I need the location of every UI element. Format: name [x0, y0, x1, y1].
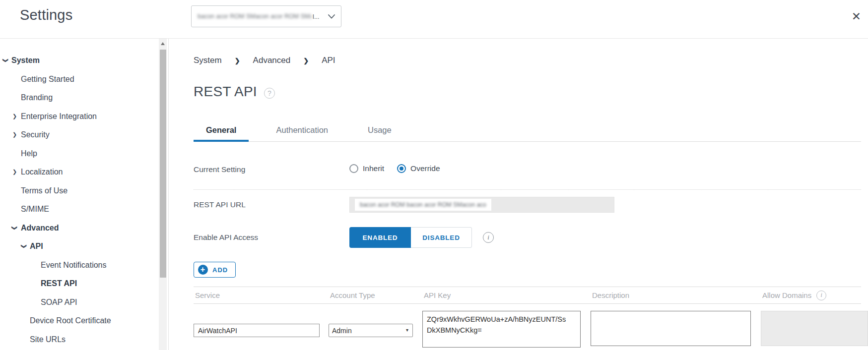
column-header-allow-domains: Allow Domainsi: [761, 291, 861, 300]
current-setting-row: Current Setting InheritOverride: [194, 159, 861, 180]
rest-api-url-value-blurred: bacon acor ROM bacon acor ROM SMacon aco: [360, 201, 486, 208]
column-header-account-type: Account Type: [329, 291, 422, 299]
table-header-row: ServiceAccount TypeAPI KeyDescriptionAll…: [194, 287, 861, 304]
og-selected-value-blurred: bacon acor ROM SMacon acor ROM SMaco: [198, 13, 312, 20]
radio-label: Inherit: [363, 164, 384, 173]
sidebar-item-device-root-certificate[interactable]: Device Root Certificate: [0, 311, 168, 330]
chevron-right-icon[interactable]: ❯: [12, 125, 17, 144]
sidebar-item-enterprise-integration[interactable]: ❯Enterprise Integration: [0, 107, 168, 126]
column-header-label: API Key: [424, 291, 451, 299]
column-header-description: Description: [591, 291, 761, 299]
sidebar-scrollbar[interactable]: [159, 39, 167, 350]
enabled-button[interactable]: ENABLED: [349, 227, 411, 248]
sidebar-item-label: Localization: [21, 168, 63, 176]
allow-domains-field-disabled: [761, 311, 868, 346]
sidebar-item-label: S/MIME: [21, 205, 49, 213]
add-row: + ADD: [194, 262, 861, 278]
table-row: Admin ▾: [194, 304, 861, 350]
sidebar-item-help[interactable]: Help: [0, 144, 168, 163]
column-header-label: Allow Domains: [762, 291, 811, 299]
chevron-down-icon[interactable]: ❯: [0, 58, 15, 62]
account-type-select-wrap: Admin ▾: [329, 324, 413, 337]
sidebar-item-site-urls[interactable]: Site URLs: [0, 330, 168, 349]
column-header-api-key: API Key: [422, 291, 591, 299]
tab-authentication[interactable]: Authentication: [264, 120, 340, 142]
breadcrumb-api[interactable]: API: [322, 56, 335, 65]
sidebar-nav-list: ❯SystemGetting StartedBranding❯Enterpris…: [0, 39, 168, 349]
chevron-down-icon[interactable]: ❯: [5, 226, 24, 230]
sidebar-item-rest-api[interactable]: REST API: [0, 274, 168, 293]
settings-layout: ❯SystemGetting StartedBranding❯Enterpris…: [0, 39, 868, 350]
account-type-select[interactable]: Admin: [329, 324, 413, 337]
sidebar-item-security[interactable]: ❯Security: [0, 125, 168, 144]
sidebar-item-label: Branding: [21, 93, 53, 102]
column-header-label: Account Type: [330, 291, 375, 299]
chevron-right-icon[interactable]: ❯: [12, 163, 17, 181]
description-cell: [591, 311, 761, 350]
help-icon[interactable]: ?: [264, 88, 275, 99]
enable-api-access-label: Enable API Access: [194, 233, 349, 242]
column-header-label: Service: [195, 291, 220, 299]
sidebar-item-localization[interactable]: ❯Localization: [0, 163, 168, 181]
scrollbar-thumb[interactable]: [160, 50, 166, 278]
radio-inherit[interactable]: Inherit: [349, 164, 384, 173]
api-key-textarea[interactable]: [422, 311, 581, 348]
tab-bar: GeneralAuthenticationUsage: [194, 120, 861, 142]
sidebar-item-getting-started[interactable]: Getting Started: [0, 70, 168, 89]
current-setting-label: Current Setting: [194, 165, 349, 174]
og-truncation: l...: [313, 13, 320, 20]
sidebar-item-api[interactable]: ❯API: [0, 237, 168, 256]
sidebar-item-s-mime[interactable]: S/MIME: [0, 200, 168, 219]
column-header-label: Description: [592, 291, 629, 299]
disabled-button[interactable]: DISABLED: [411, 227, 472, 248]
info-icon[interactable]: i: [483, 232, 494, 243]
sidebar-item-label: Event Notifications: [41, 261, 107, 269]
sidebar-item-label: Enterprise Integration: [21, 112, 97, 120]
radio-selected-icon[interactable]: [397, 164, 406, 173]
add-button[interactable]: + ADD: [194, 262, 236, 278]
info-icon[interactable]: i: [816, 291, 826, 300]
settings-content: System❯Advanced❯API REST API ? GeneralAu…: [169, 39, 868, 350]
sidebar-item-system[interactable]: ❯System: [0, 51, 168, 70]
breadcrumb-system[interactable]: System: [194, 56, 222, 65]
divider: [194, 189, 861, 190]
chevron-down-icon: [328, 14, 335, 19]
enable-api-access-row: Enable API Access ENABLED DISABLED i: [194, 227, 861, 248]
sidebar-item-advanced[interactable]: ❯Advanced: [0, 219, 168, 237]
allow-domains-cell: [761, 311, 861, 350]
tab-usage[interactable]: Usage: [355, 120, 404, 142]
enable-api-access-toggle: ENABLED DISABLED: [349, 227, 472, 248]
tab-general[interactable]: General: [194, 120, 249, 142]
sidebar-item-label: System: [11, 56, 40, 64]
sidebar-item-label: Advanced: [21, 224, 59, 232]
rest-api-url-row: REST API URL bacon acor ROM bacon acor R…: [194, 197, 861, 213]
settings-header: Settings bacon acor ROM SMacon acor ROM …: [0, 0, 868, 39]
description-textarea[interactable]: [591, 311, 751, 346]
radio-override[interactable]: Override: [397, 164, 440, 173]
sidebar-item-branding[interactable]: Branding: [0, 88, 168, 107]
plus-icon: +: [198, 265, 208, 275]
sidebar-item-terms-of-use[interactable]: Terms of Use: [0, 181, 168, 200]
close-icon[interactable]: ✕: [852, 11, 861, 22]
service-input[interactable]: [194, 324, 320, 337]
sidebar-item-label: Security: [21, 130, 50, 139]
breadcrumb-separator-icon: ❯: [235, 57, 240, 64]
rest-api-url-value-chip: bacon acor ROM bacon acor ROM SMacon aco: [355, 199, 491, 211]
sidebar-item-label: SOAP API: [41, 298, 77, 306]
breadcrumb-advanced[interactable]: Advanced: [253, 56, 291, 65]
scrollbar-up-button[interactable]: [159, 39, 167, 49]
add-button-label: ADD: [212, 266, 228, 274]
radio-unselected-icon[interactable]: [349, 164, 358, 173]
chevron-right-icon[interactable]: ❯: [12, 107, 17, 126]
api-key-cell: [422, 311, 591, 350]
organization-group-selector[interactable]: bacon acor ROM SMacon acor ROM SMaco l..…: [191, 5, 341, 27]
sidebar-item-event-notifications[interactable]: Event Notifications: [0, 256, 168, 275]
radio-label: Override: [410, 164, 440, 173]
chevron-down-icon[interactable]: ❯: [15, 244, 34, 248]
sidebar-item-soap-api[interactable]: SOAP API: [0, 293, 168, 312]
current-setting-radio-group: InheritOverride: [349, 164, 453, 175]
column-header-service: Service: [194, 291, 329, 299]
rest-api-url-label: REST API URL: [194, 200, 349, 209]
account-type-cell: Admin ▾: [329, 311, 422, 350]
sidebar-item-label: Site URLs: [30, 335, 66, 344]
